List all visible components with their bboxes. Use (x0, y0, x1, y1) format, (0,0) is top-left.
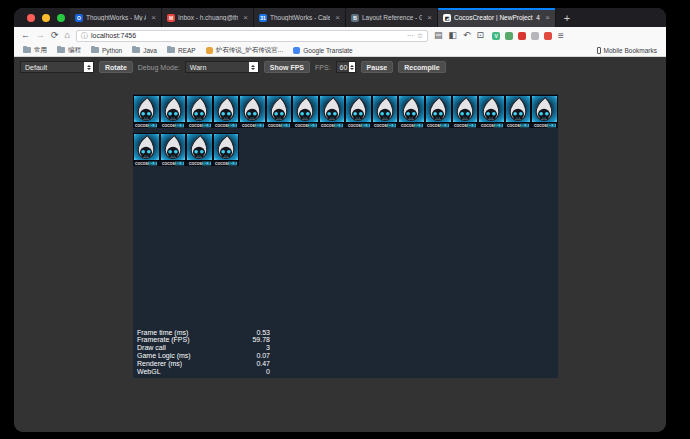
bookmark-star-icon[interactable]: ☆ (417, 32, 423, 40)
sprite-caption: COCOS2D-X (213, 161, 240, 166)
rotate-button[interactable]: Rotate (99, 61, 133, 73)
sprite-caption: COCOS2D-X (319, 123, 346, 128)
url-text[interactable]: localhost:7456 (91, 32, 136, 39)
gray-extension-icon[interactable] (531, 32, 539, 40)
bookmark-0[interactable]: 常用 (23, 46, 47, 55)
url-bar[interactable]: ⓘ localhost:7456 ⋯ ☆ (76, 30, 428, 42)
profiler-stats: Frame time (ms)0.53Framerate (FPS)59.78D… (137, 329, 270, 376)
cocos-sprite: COCOS2D-X (213, 133, 240, 166)
cocos-mascot-icon (427, 96, 449, 123)
forward-icon[interactable]: → (36, 31, 45, 40)
cocos-mascot-icon (188, 134, 210, 161)
library-icon[interactable]: ▤ (434, 31, 443, 40)
tab-close-icon[interactable]: × (149, 13, 156, 22)
tab-close-icon[interactable]: × (543, 13, 550, 22)
back-icon[interactable]: ← (21, 31, 30, 40)
stat-label: WebGL (137, 368, 161, 376)
bookmark-1[interactable]: 编程 (57, 46, 81, 55)
minimize-window-icon[interactable] (42, 14, 50, 22)
bookmark-2[interactable]: Python (91, 47, 122, 54)
traffic-lights (14, 8, 70, 27)
screenshot-icon[interactable]: ⊡ (477, 31, 485, 40)
bookmark-label: Google Translate (303, 47, 353, 54)
page-actions-icon[interactable]: ⋯ (407, 32, 414, 40)
home-icon[interactable]: ⌂ (65, 31, 70, 40)
red-box-icon[interactable] (544, 32, 552, 40)
cocos-sprite: COCOS2D-X (505, 95, 532, 128)
bookmarks-bar: 常用编程PythonJavaREAP炉石传说_炉石传说官...Google Tr… (14, 44, 666, 57)
undo-icon[interactable]: ↶ (463, 31, 471, 40)
red-shield-icon[interactable] (518, 32, 526, 40)
tab-4[interactable]: ◩CocosCreator | NewProject_4× (438, 8, 556, 27)
green-extension-icon[interactable] (505, 32, 513, 40)
tab-close-icon[interactable]: × (425, 13, 432, 22)
fps-input[interactable]: 60 (336, 61, 356, 73)
cocos-sprite: COCOS2D-X (213, 95, 240, 128)
site-info-icon[interactable]: ⓘ (81, 31, 88, 41)
tab-close-icon[interactable]: × (333, 13, 340, 22)
cocos-mascot-icon (215, 134, 237, 161)
page-content: Default Rotate Debug Mode: Warn Show FPS… (14, 57, 666, 432)
close-window-icon[interactable] (27, 14, 35, 22)
tab-0[interactable]: OThoughtWorks - My Application× (70, 8, 162, 27)
cocos-mascot-icon (188, 96, 210, 123)
sprite-caption: COCOS2D-X (239, 123, 266, 128)
reload-icon[interactable]: ⟳ (51, 31, 59, 40)
mobile-bookmarks[interactable]: Mobile Bookmarks (597, 47, 657, 54)
select-arrows-icon (249, 62, 258, 72)
stat-value: 0.07 (256, 352, 270, 360)
hearthstone-favicon (206, 47, 213, 54)
bookmark-3[interactable]: Java (132, 47, 157, 54)
tab-3[interactable]: BLayout Reference - GitBook× (346, 8, 438, 27)
vue-devtools-icon[interactable]: V (492, 32, 500, 40)
bookmark-label: 常用 (34, 46, 47, 55)
sprite-image (239, 95, 266, 123)
bookmark-6[interactable]: Google Translate (293, 47, 353, 54)
bookmark-label: Python (102, 47, 122, 54)
tab-1[interactable]: MInbox - h.chuang@thoughtwor× (162, 8, 254, 27)
cocos-mascot-icon (268, 96, 290, 123)
stat-value: 0.47 (256, 360, 270, 368)
profile-select[interactable]: Default (20, 61, 94, 73)
sidebar-icon[interactable]: ◧ (449, 31, 458, 40)
translate-favicon (293, 47, 300, 54)
cocos-preview-toolbar: Default Rotate Debug Mode: Warn Show FPS… (20, 59, 660, 75)
gitbook-favicon: B (351, 14, 359, 22)
sprite-image (186, 95, 213, 123)
cocos-sprite: COCOS2D-X (345, 95, 372, 128)
phone-icon (597, 47, 601, 54)
debug-mode-value: Warn (190, 64, 206, 71)
sprite-image (292, 95, 319, 123)
fps-label: FPS: (315, 64, 331, 71)
stat-row: Frame time (ms)0.53 (137, 329, 270, 337)
folder-icon (167, 47, 175, 53)
bookmark-5[interactable]: 炉石传说_炉石传说官... (206, 46, 284, 55)
tab-2[interactable]: 31ThoughtWorks - Calendar - We× (254, 8, 346, 27)
bookmark-label: Java (143, 47, 157, 54)
bookmark-4[interactable]: REAP (167, 47, 196, 54)
menu-icon[interactable]: ≡ (558, 31, 564, 41)
cocos-mascot-icon (454, 96, 476, 123)
stat-row: Game Logic (ms)0.07 (137, 352, 270, 360)
cocos-mascot-icon (215, 96, 237, 123)
new-tab-button[interactable]: + (556, 8, 578, 27)
show-fps-button[interactable]: Show FPS (264, 61, 310, 73)
cocos-mascot-icon (294, 96, 316, 123)
pause-button[interactable]: Pause (361, 61, 394, 73)
zoom-window-icon[interactable] (57, 14, 65, 22)
recompile-button[interactable]: Recompile (398, 61, 445, 73)
cocos-sprite: COCOS2D-X (425, 95, 452, 128)
sprite-caption: COCOS2D-X (186, 123, 213, 128)
game-canvas[interactable]: COCOS2D-X COCOS2D-X COCOS2D-X COCOS2D-X … (133, 94, 558, 378)
tab-close-icon[interactable]: × (241, 13, 248, 22)
sprite-image (398, 95, 425, 123)
extension-strip: V (492, 32, 552, 40)
cocos-mascot-icon (347, 96, 369, 123)
sprite-image (505, 95, 532, 123)
cocos-sprite: COCOS2D-X (186, 95, 213, 128)
debug-mode-select[interactable]: Warn (185, 61, 259, 73)
cocos-mascot-icon (480, 96, 502, 123)
sprite-caption: COCOS2D-X (398, 123, 425, 128)
sprite-caption: COCOS2D-X (452, 123, 479, 128)
tab-title: Layout Reference - GitBook (362, 14, 422, 21)
